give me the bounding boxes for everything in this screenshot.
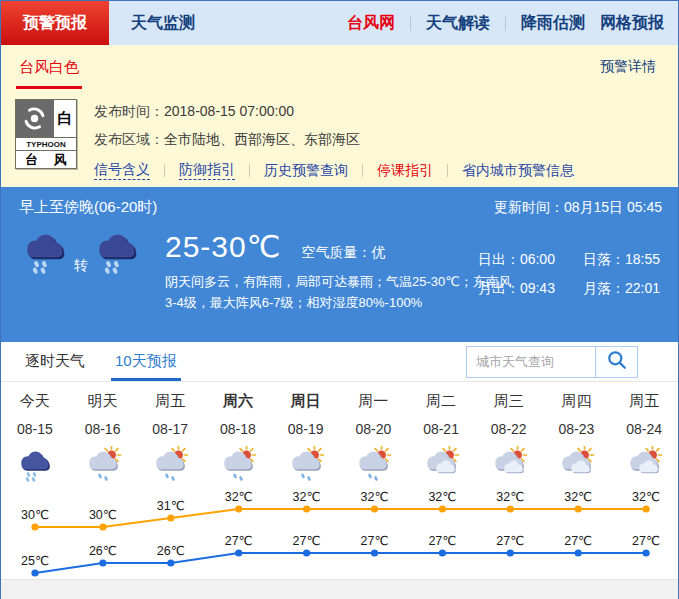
- bottom-strip: [1, 579, 678, 599]
- day-date: 08-16: [69, 414, 137, 442]
- svg-text:27℃: 27℃: [361, 534, 389, 548]
- forecast-day-column-8: 周四08-23: [543, 388, 611, 486]
- current-weather-icons: 转: [19, 227, 165, 313]
- forecast-day-column-9: 周五08-24: [610, 388, 678, 486]
- search-input[interactable]: [466, 346, 596, 378]
- nav-separator: [505, 16, 506, 31]
- day-name: 周五: [610, 388, 678, 414]
- svg-text:27℃: 27℃: [293, 534, 321, 548]
- weather-icon-sun-cloudy: [475, 442, 543, 486]
- publish-area-row: 发布区域：全市陆地、西部海区、东部海区: [94, 129, 574, 150]
- publish-time-label: 发布时间：: [94, 103, 164, 119]
- warning-links: 信号含义防御指引历史预警查询停课指引省内城市预警信息: [94, 161, 574, 180]
- air-quality: 空气质量：优: [301, 244, 385, 262]
- svg-text:27℃: 27℃: [564, 534, 592, 548]
- forecast-day-column-4: 周日08-19: [272, 388, 340, 486]
- svg-text:32℃: 32℃: [428, 490, 456, 504]
- forecast-day-column-5: 周一08-20: [339, 388, 407, 486]
- current-weather-icon-rain-big: [19, 227, 71, 278]
- svg-text:25℃: 25℃: [21, 554, 49, 568]
- sun-moon-item-1: 日落：18:55: [583, 251, 660, 269]
- temperature-chart: 30℃30℃31℃32℃32℃32℃32℃32℃32℃32℃25℃26℃26℃2…: [1, 486, 679, 579]
- current-weather-icon-rain-big: [91, 227, 143, 278]
- weather-icon-rain: [1, 442, 69, 486]
- typhoon-cn-label: 台 风: [16, 150, 76, 168]
- current-weather-panel: 早上至傍晚(06-20时) 更新时间：08月15日 05:45 转 25-30℃…: [1, 187, 678, 342]
- day-date: 08-23: [543, 414, 611, 442]
- warning-link-2[interactable]: 历史预警查询: [264, 162, 348, 180]
- forecast-tab-bar: 逐时天气10天预报: [1, 342, 678, 382]
- nav-link-1[interactable]: 天气解读: [426, 13, 490, 34]
- day-name: 今天: [1, 388, 69, 414]
- warning-link-1[interactable]: 防御指引: [179, 161, 235, 180]
- day-name: 明天: [69, 388, 137, 414]
- search-button[interactable]: [596, 346, 638, 378]
- weather-icon-sun-rain: [272, 442, 340, 486]
- svg-text:27℃: 27℃: [496, 534, 524, 548]
- warning-link-3[interactable]: 停课指引: [377, 162, 433, 180]
- svg-text:31℃: 31℃: [157, 499, 185, 513]
- sun-moon-item-0: 日出：06:00: [478, 251, 555, 269]
- svg-text:32℃: 32℃: [496, 490, 524, 504]
- update-time: 更新时间：08月15日 05:45: [494, 199, 662, 217]
- svg-text:30℃: 30℃: [89, 508, 117, 522]
- warning-panel: 白 TYPHOON 台 风 发布时间：2018-08-15 07:00:00 发…: [1, 89, 678, 187]
- weather-warning-page: 预警预报天气监测 台风网天气解读降雨估测网格预报 台风白色 预警详情 白 TYP…: [0, 0, 679, 599]
- day-name: 周五: [136, 388, 204, 414]
- publish-time-row: 发布时间：2018-08-15 07:00:00: [94, 101, 574, 122]
- top-nav-right: 台风网天气解读降雨估测网格预报: [332, 1, 678, 45]
- typhoon-en-label: TYPHOON: [16, 137, 76, 150]
- weather-icon-sun-cloudy: [543, 442, 611, 486]
- weather-icon-sun-rain: [136, 442, 204, 486]
- weather-icon-sun-cloudy: [407, 442, 475, 486]
- nav-link-0[interactable]: 台风网: [347, 13, 395, 34]
- day-date: 08-21: [407, 414, 475, 442]
- link-separator: [447, 164, 448, 177]
- temperature-range: 25-30℃: [165, 229, 281, 264]
- day-name: 周二: [407, 388, 475, 414]
- tab-1[interactable]: 10天预报: [115, 342, 177, 381]
- day-date: 08-19: [272, 414, 340, 442]
- weather-icon-sun-rain: [204, 442, 272, 486]
- top-nav-left: 预警预报天气监测: [1, 1, 217, 45]
- svg-text:32℃: 32℃: [564, 490, 592, 504]
- svg-text:26℃: 26℃: [89, 544, 117, 558]
- warning-info: 发布时间：2018-08-15 07:00:00 发布区域：全市陆地、西部海区、…: [94, 99, 574, 187]
- svg-text:30℃: 30℃: [21, 508, 49, 522]
- publish-time-value: 2018-08-15 07:00:00: [164, 103, 294, 119]
- weather-icon-sun-rain: [339, 442, 407, 486]
- warning-link-4[interactable]: 省内城市预警信息: [462, 162, 574, 180]
- warning-type-tab[interactable]: 台风白色: [19, 45, 79, 89]
- day-name: 周三: [475, 388, 543, 414]
- transition-label: 转: [74, 257, 88, 275]
- day-date: 08-18: [204, 414, 272, 442]
- day-name: 周四: [543, 388, 611, 414]
- weather-icon-sun-cloudy: [610, 442, 678, 486]
- svg-text:32℃: 32℃: [225, 490, 253, 504]
- svg-text:27℃: 27℃: [428, 534, 456, 548]
- day-date: 08-20: [339, 414, 407, 442]
- forecast-tabs: 逐时天气10天预报: [25, 342, 207, 381]
- forecast-day-column-1: 明天08-16: [69, 388, 137, 486]
- forecast-day-column-3: 周六08-18: [204, 388, 272, 486]
- forecast-days-grid: 今天08-15明天08-16周五08-17周六08-18周日08-19周一08-…: [1, 382, 678, 486]
- link-separator: [362, 164, 363, 177]
- nav-link-2[interactable]: 降雨估测: [521, 13, 585, 34]
- warning-link-0[interactable]: 信号含义: [94, 161, 150, 180]
- svg-text:27℃: 27℃: [632, 534, 660, 548]
- svg-text:26℃: 26℃: [157, 544, 185, 558]
- svg-text:27℃: 27℃: [225, 534, 253, 548]
- svg-text:32℃: 32℃: [361, 490, 389, 504]
- nav-tab-1[interactable]: 天气监测: [109, 1, 217, 45]
- nav-tab-0[interactable]: 预警预报: [1, 1, 109, 45]
- publish-area-label: 发布区域：: [94, 131, 164, 147]
- nav-link-3[interactable]: 网格预报: [600, 13, 664, 34]
- warning-detail-link[interactable]: 预警详情: [600, 58, 656, 76]
- day-date: 08-22: [475, 414, 543, 442]
- forecast-day-column-0: 今天08-15: [1, 388, 69, 486]
- forecast-day-column-2: 周五08-17: [136, 388, 204, 486]
- typhoon-spiral-icon: [16, 100, 54, 137]
- tab-0[interactable]: 逐时天气: [25, 342, 85, 381]
- day-name: 周一: [339, 388, 407, 414]
- day-name: 周六: [204, 388, 272, 414]
